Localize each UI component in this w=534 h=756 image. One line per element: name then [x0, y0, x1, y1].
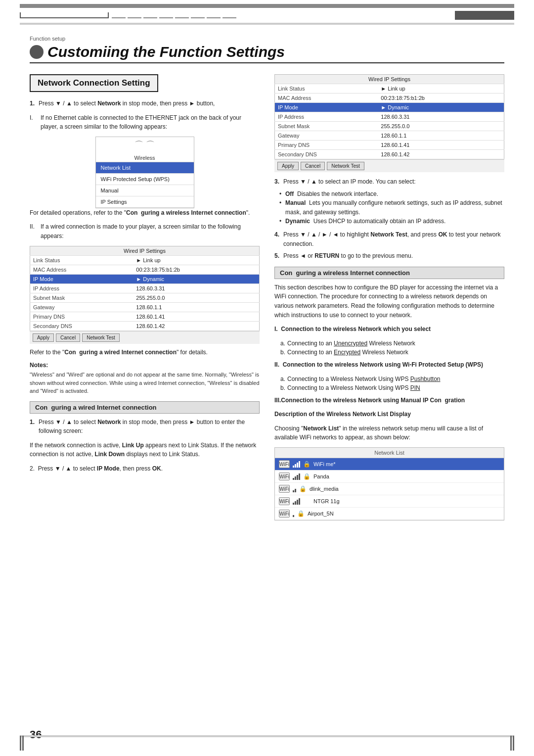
- wired-ip-settings-left: Wired IP Settings Link Status ► Link up …: [30, 246, 260, 344]
- lock-icon-5: 🔒: [297, 510, 305, 517]
- network-list-title: Network List: [275, 448, 504, 458]
- wired-label-mac: MAC Address: [30, 265, 134, 274]
- lock-icon-2: 🔒: [303, 473, 311, 480]
- right-wired-label-mac: MAC Address: [275, 94, 378, 103]
- step-i-roman: I.: [30, 113, 33, 123]
- step-1-text: Press ▼ / ▲ to select Network in stop mo…: [39, 100, 215, 107]
- right-step-3-num: 3.: [274, 177, 279, 187]
- config-wired-note: If the network connection is active, Lin…: [30, 441, 260, 459]
- network-list-item: Network List: [96, 162, 194, 174]
- apply-button[interactable]: Apply: [33, 333, 54, 342]
- section-ii-a-label: a.: [280, 375, 285, 384]
- config-wired-step2: 2. Press ▼ / ▲ to select IP Mode, then p…: [30, 464, 260, 473]
- right-wired-label-dns2: Secondary DNS: [275, 150, 378, 159]
- right-step-4-text: Press ▼ / ▲ / ► / ◄ to highlight Network…: [283, 231, 500, 247]
- wired-label-dns2: Secondary DNS: [30, 321, 134, 331]
- step-1-num: 1.: [30, 99, 35, 108]
- wireless-signal-icon: ⌒ ⌒: [96, 137, 194, 152]
- step-ii-text: If a wired connection is made to your pl…: [41, 223, 241, 239]
- notes-text: "Wireless" and "Wired" are optional and …: [30, 371, 260, 395]
- ip-mode-options: Off Disables the network interface. Manu…: [279, 189, 504, 226]
- wps-item: WiFi Protected Setup (WPS): [96, 174, 194, 185]
- right-step-5-text: Press ◄ or RETURN to go to the previous …: [283, 252, 413, 259]
- section-i-b: b. Connecting to an Encrypted Wireless N…: [280, 348, 504, 357]
- step-ii-roman: II.: [30, 222, 35, 232]
- right-wired-row-ipmode: IP Mode ► Dynamic: [275, 103, 504, 112]
- lock-icon-3: 🔒: [299, 485, 307, 492]
- right-wired-value-mac: 00:23:18:75:b1:2b: [378, 94, 504, 103]
- section-i-a: a. Connecting to an Unencrypted Wireless…: [280, 339, 504, 348]
- right-wired-row-dns1: Primary DNS 128.60.1.41: [275, 141, 504, 150]
- footer-decoration: [0, 731, 534, 756]
- right-step-4: 4. Press ▼ / ▲ / ► / ◄ to highlight Netw…: [274, 230, 504, 248]
- wifi-icon-4: WiFi: [279, 497, 290, 505]
- wired-value-link: ► Link up: [133, 255, 259, 265]
- network-name-1: WiFi me*: [313, 461, 500, 467]
- network-name-4: NTGR 11g: [313, 498, 500, 504]
- section-ii-list: a. Connecting to a Wireless Network Usin…: [280, 375, 504, 393]
- wireless-header: Wireless: [96, 152, 194, 162]
- section-i-list: a. Connecting to an Unencrypted Wireless…: [280, 339, 504, 357]
- wired-value-subnet: 255.255.0.0: [133, 293, 259, 302]
- config-wired-heading: Con guring a wired Internet connection: [30, 401, 260, 414]
- cancel-button[interactable]: Cancel: [56, 333, 80, 342]
- right-wired-value-ipmode: ► Dynamic: [378, 103, 504, 112]
- main-content: Network Connection Setting 1. Press ▼ / …: [30, 74, 504, 716]
- page-title-text: Customiing the Function Settings: [47, 44, 285, 60]
- network-row-wifime: WiFi 🔒 WiFi me*: [275, 458, 504, 471]
- wired-value-ipaddr: 128.60.3.31: [133, 284, 259, 293]
- right-wired-row-gw: Gateway 128.60.1.1: [275, 131, 504, 141]
- right-apply-button[interactable]: Apply: [277, 162, 299, 170]
- right-steps-4-5: 4. Press ▼ / ▲ / ► / ◄ to highlight Netw…: [274, 230, 504, 261]
- right-wired-row-mac: MAC Address 00:23:18:75:b1:2b: [275, 94, 504, 103]
- network-row-panda: WiFi 🔒 Panda: [275, 471, 504, 483]
- description-text: Choosing "Network List" in the wireless …: [274, 424, 504, 442]
- right-wired-row-ipaddr: IP Address 128.60.3.31: [275, 112, 504, 122]
- section-ii-b-text: Connecting to a Wireless Network Using W…: [287, 384, 420, 391]
- wired-row-ipaddr: IP Address 128.60.3.31: [30, 284, 260, 293]
- right-step-5-num: 5.: [274, 251, 279, 261]
- signal-5: [293, 510, 294, 517]
- left-column: Network Connection Setting 1. Press ▼ / …: [30, 74, 260, 524]
- network-test-button[interactable]: Network Test: [82, 333, 120, 342]
- wireless-menu-screenshot: ⌒ ⌒ Wireless Network List WiFi Protected…: [95, 137, 194, 208]
- right-wired-label-ipaddr: IP Address: [275, 112, 378, 122]
- step-i-text: If no Ethernet cable is connected to the…: [41, 114, 241, 131]
- right-wired-row-subnet: Subnet Mask 255.255.0.0: [275, 122, 504, 131]
- wired-btn-row: Apply Cancel Network Test: [30, 331, 260, 344]
- section-i-a-label: a.: [280, 339, 285, 348]
- section-ii-a-text: Connecting to a Wireless Network Using W…: [287, 376, 440, 382]
- wifi-icon-5: WiFi: [279, 510, 290, 518]
- network-list-screenshot: Network List WiFi 🔒 WiFi me* WiFi: [274, 447, 504, 520]
- section-i-b-label: b.: [280, 348, 285, 357]
- main-steps: 1. Press ▼ / ▲ to select Network in stop…: [30, 99, 260, 108]
- wifi-icon-1: WiFi: [279, 460, 290, 468]
- right-steps: 3. Press ▼ / ▲ to select an IP mode. You…: [274, 177, 504, 187]
- wired-row-dns1: Primary DNS 128.60.1.41: [30, 312, 260, 321]
- wired-refer-note: Refer to the "Con guring a wired Interne…: [30, 348, 260, 357]
- right-wired-row-link: Link Status ► Link up: [275, 84, 504, 94]
- right-btn-row: Apply Cancel Network Test: [274, 159, 504, 172]
- config-wired-step-1-num: 1.: [30, 418, 35, 427]
- config-wireless-heading: Con guring a wireless Internet connectio…: [274, 267, 504, 279]
- right-wired-label-ipmode: IP Mode: [275, 103, 378, 112]
- config-wired-step-1-text: Press ▼ / ▲ to select Network in stop mo…: [39, 419, 245, 435]
- right-cancel-button[interactable]: Cancel: [301, 162, 325, 170]
- config-wired-steps: 1. Press ▼ / ▲ to select Network in stop…: [30, 418, 260, 436]
- title-underline: [30, 62, 504, 63]
- right-wired-label-dns1: Primary DNS: [275, 141, 378, 150]
- step-i: I. If no Ethernet cable is connected to …: [30, 113, 260, 132]
- title-circle-icon: [30, 45, 44, 59]
- network-name-5: Airport_5N: [308, 511, 500, 517]
- right-wired-value-gw: 128.60.1.1: [378, 131, 504, 141]
- right-network-test-button[interactable]: Network Test: [327, 162, 364, 170]
- wired-row-ipmode: IP Mode ► Dynamic: [30, 274, 260, 284]
- wired-table-left-title: Wired IP Settings: [30, 246, 260, 255]
- function-setup-label: Function setup: [30, 36, 65, 42]
- wired-value-dns2: 128.60.1.42: [133, 321, 259, 331]
- right-wired-label-subnet: Subnet Mask: [275, 122, 378, 131]
- network-name-3: dlink_media: [310, 486, 500, 492]
- notes-box: Notes: "Wireless" and "Wired" are option…: [30, 362, 260, 395]
- wired-table-right: Wired IP Settings Link Status ► Link up …: [274, 74, 504, 159]
- header-decoration: [0, 0, 534, 30]
